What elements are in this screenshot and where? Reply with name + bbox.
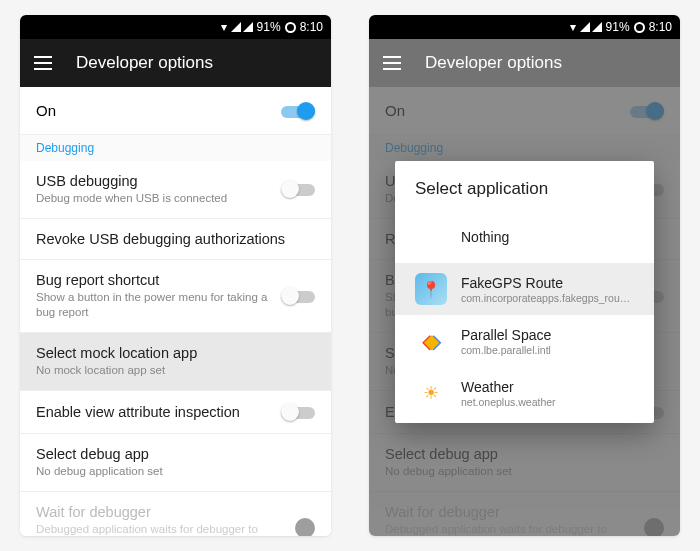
row-wait-debugger: Wait for debugger Debugged application w…: [20, 492, 331, 536]
viewattr-toggle[interactable]: [281, 403, 315, 421]
row-sub: Debug mode when USB is connected: [36, 191, 269, 206]
weather-icon: [415, 377, 447, 409]
option-label: Nothing: [461, 229, 509, 245]
signal-icon-2: [592, 22, 602, 32]
battery-percent: 91%: [257, 20, 281, 34]
option-label: FakeGPS Route: [461, 275, 630, 291]
status-bar: ▾ 91% 8:10: [369, 15, 680, 39]
phone-left: ▾ 91% 8:10 Developer options On Debuggin…: [20, 15, 331, 536]
option-fakegps[interactable]: FakeGPS Route com.incorporateapps.fakegp…: [395, 263, 654, 315]
wifi-icon: ▾: [570, 20, 576, 34]
row-label: Enable view attribute inspection: [36, 404, 269, 420]
row-bug-report[interactable]: Bug report shortcut Show a button in the…: [20, 260, 331, 333]
row-label: Wait for debugger: [36, 504, 283, 520]
section-debugging: Debugging: [20, 135, 331, 161]
menu-icon[interactable]: [34, 56, 52, 70]
signal-icon-1: [580, 22, 590, 32]
master-toggle-row[interactable]: On: [20, 87, 331, 135]
phone-right: ▾ 91% 8:10 Developer options On Debuggin…: [369, 15, 680, 536]
clock: 8:10: [649, 20, 672, 34]
option-sub: net.oneplus.weather: [461, 396, 556, 408]
dialog-title: Select application: [395, 161, 654, 211]
option-sub: com.lbe.parallel.intl: [461, 344, 551, 356]
row-label: USB debugging: [36, 173, 269, 189]
row-select-debug-app[interactable]: Select debug app No debug application se…: [20, 434, 331, 492]
row-sub: No mock location app set: [36, 363, 315, 378]
row-sub: Debugged application waits for debugger …: [36, 522, 283, 536]
option-weather[interactable]: Weather net.oneplus.weather: [395, 367, 654, 419]
clock: 8:10: [300, 20, 323, 34]
row-revoke-usb[interactable]: Revoke USB debugging authorizations: [20, 219, 331, 260]
wifi-icon: ▾: [221, 20, 227, 34]
row-view-attr[interactable]: Enable view attribute inspection: [20, 391, 331, 434]
fakegps-icon: [415, 273, 447, 305]
parallel-icon: [415, 325, 447, 357]
page-title: Developer options: [76, 53, 213, 73]
option-label: Weather: [461, 379, 556, 395]
signal-icon-2: [243, 22, 253, 32]
usb-toggle[interactable]: [281, 180, 315, 198]
battery-icon: [634, 22, 645, 33]
option-nothing[interactable]: Nothing: [395, 211, 654, 263]
app-bar: Developer options: [369, 39, 680, 87]
app-bar: Developer options: [20, 39, 331, 87]
blank-icon: [415, 221, 447, 253]
row-label: Select debug app: [36, 446, 315, 462]
signal-icon-1: [231, 22, 241, 32]
row-mock-location[interactable]: Select mock location app No mock locatio…: [20, 333, 331, 391]
row-label: Revoke USB debugging authorizations: [36, 231, 315, 247]
option-parallel[interactable]: Parallel Space com.lbe.parallel.intl: [395, 315, 654, 367]
wait-toggle-disabled: [295, 518, 315, 536]
select-application-dialog: Select application Nothing FakeGPS Route…: [395, 161, 654, 423]
row-sub: No debug application set: [36, 464, 315, 479]
option-label: Parallel Space: [461, 327, 551, 343]
bugreport-toggle[interactable]: [281, 287, 315, 305]
option-sub: com.incorporateapps.fakegps_rou…: [461, 292, 630, 304]
row-usb-debugging[interactable]: USB debugging Debug mode when USB is con…: [20, 161, 331, 219]
battery-icon: [285, 22, 296, 33]
row-sub: Show a button in the power menu for taki…: [36, 290, 269, 320]
master-toggle-label: On: [36, 102, 56, 119]
menu-icon: [383, 56, 401, 70]
row-label: Select mock location app: [36, 345, 315, 361]
page-title: Developer options: [425, 53, 562, 73]
battery-percent: 91%: [606, 20, 630, 34]
row-label: Bug report shortcut: [36, 272, 269, 288]
status-bar: ▾ 91% 8:10: [20, 15, 331, 39]
master-toggle[interactable]: [281, 102, 315, 120]
